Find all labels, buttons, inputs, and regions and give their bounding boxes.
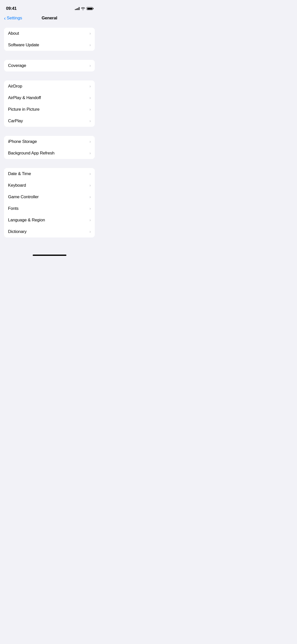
section-storage: iPhone Storage › Background App Refresh …: [4, 136, 95, 159]
background-app-refresh-item[interactable]: Background App Refresh ›: [4, 147, 95, 159]
home-bar: [33, 255, 66, 256]
picture-in-picture-label: Picture in Picture: [8, 107, 39, 112]
date-time-item[interactable]: Date & Time ›: [4, 168, 95, 180]
game-controller-item[interactable]: Game Controller ›: [4, 191, 95, 203]
battery-icon: [87, 7, 93, 10]
dictionary-item[interactable]: Dictionary ›: [4, 226, 95, 237]
back-button[interactable]: ‹ Settings: [4, 16, 22, 21]
back-chevron-icon: ‹: [4, 16, 6, 21]
picture-in-picture-chevron-icon: ›: [90, 107, 91, 112]
section-coverage: Coverage ›: [4, 60, 95, 71]
airdrop-label: AirDrop: [8, 84, 22, 89]
language-region-label: Language & Region: [8, 218, 45, 223]
about-chevron-icon: ›: [90, 31, 91, 36]
iphone-storage-label: iPhone Storage: [8, 139, 37, 144]
home-indicator: [0, 253, 99, 258]
date-time-label: Date & Time: [8, 171, 31, 176]
iphone-storage-item[interactable]: iPhone Storage ›: [4, 136, 95, 147]
carplay-item[interactable]: CarPlay ›: [4, 115, 95, 127]
language-region-item[interactable]: Language & Region ›: [4, 214, 95, 226]
section-connectivity: AirDrop › AirPlay & Handoff › Picture in…: [4, 80, 95, 127]
page-title: General: [42, 16, 57, 21]
airdrop-item[interactable]: AirDrop ›: [4, 80, 95, 92]
fonts-chevron-icon: ›: [90, 206, 91, 211]
back-label: Settings: [7, 16, 22, 21]
carplay-chevron-icon: ›: [90, 119, 91, 123]
section-about: About › Software Update ›: [4, 28, 95, 51]
coverage-label: Coverage: [8, 63, 26, 68]
keyboard-label: Keyboard: [8, 183, 26, 188]
background-app-refresh-label: Background App Refresh: [8, 151, 55, 156]
airplay-handoff-label: AirPlay & Handoff: [8, 95, 41, 100]
dictionary-chevron-icon: ›: [90, 229, 91, 234]
date-time-chevron-icon: ›: [90, 172, 91, 176]
nav-bar: ‹ Settings General: [0, 14, 99, 24]
signal-icon: [75, 7, 79, 10]
about-item[interactable]: About ›: [4, 28, 95, 39]
status-icons: [75, 7, 93, 10]
fonts-label: Fonts: [8, 206, 19, 211]
carplay-label: CarPlay: [8, 118, 23, 124]
airplay-handoff-chevron-icon: ›: [90, 96, 91, 100]
about-label: About: [8, 31, 19, 36]
iphone-storage-chevron-icon: ›: [90, 139, 91, 144]
status-time: 09:41: [6, 6, 17, 11]
background-app-refresh-chevron-icon: ›: [90, 151, 91, 155]
software-update-chevron-icon: ›: [90, 43, 91, 47]
airplay-handoff-item[interactable]: AirPlay & Handoff ›: [4, 92, 95, 104]
keyboard-chevron-icon: ›: [90, 183, 91, 188]
language-region-chevron-icon: ›: [90, 218, 91, 222]
game-controller-label: Game Controller: [8, 194, 39, 199]
section-settings: Date & Time › Keyboard › Game Controller…: [4, 168, 95, 237]
dictionary-label: Dictionary: [8, 229, 27, 234]
wifi-icon: [81, 7, 85, 10]
coverage-chevron-icon: ›: [90, 63, 91, 68]
software-update-label: Software Update: [8, 43, 39, 48]
settings-content: About › Software Update › Coverage › Air…: [0, 24, 99, 251]
airdrop-chevron-icon: ›: [90, 84, 91, 89]
status-bar: 09:41: [0, 0, 99, 14]
coverage-item[interactable]: Coverage ›: [4, 60, 95, 71]
fonts-item[interactable]: Fonts ›: [4, 203, 95, 214]
keyboard-item[interactable]: Keyboard ›: [4, 180, 95, 191]
picture-in-picture-item[interactable]: Picture in Picture ›: [4, 104, 95, 115]
software-update-item[interactable]: Software Update ›: [4, 39, 95, 51]
game-controller-chevron-icon: ›: [90, 195, 91, 199]
